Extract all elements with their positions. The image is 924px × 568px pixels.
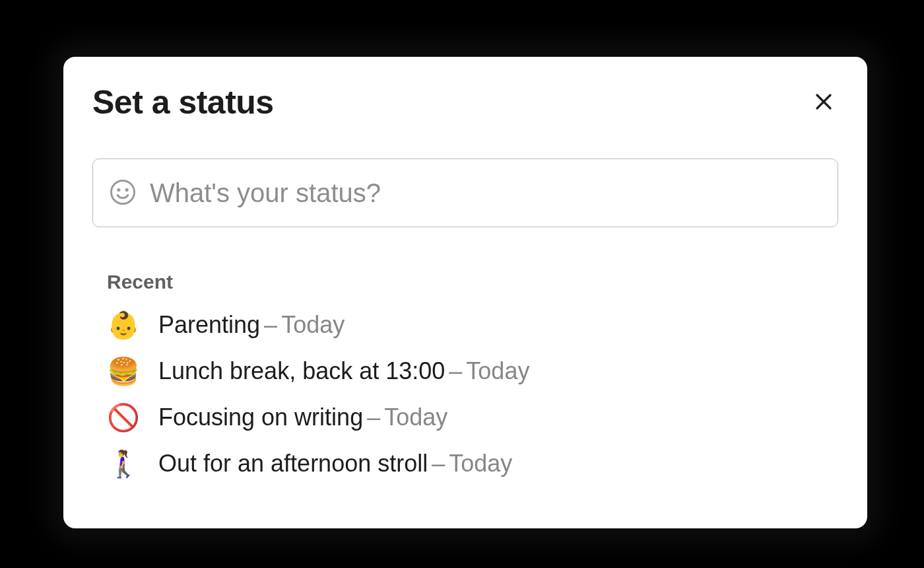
svg-point-4 [126, 189, 127, 190]
no-entry-icon: 🚫 [107, 404, 141, 431]
recent-item-separator: – [449, 359, 462, 383]
recent-item-stroll[interactable]: 🚶‍♀️ Out for an afternoon stroll – Today [107, 450, 838, 477]
woman-walking-icon: 🚶‍♀️ [107, 450, 141, 477]
recent-item-focusing[interactable]: 🚫 Focusing on writing – Today [107, 404, 838, 431]
recent-item-label: Out for an afternoon stroll [158, 452, 428, 476]
status-input-container[interactable] [92, 159, 838, 227]
modal-header: Set a status [92, 83, 838, 122]
recent-item-separator: – [432, 452, 445, 476]
recent-item-label: Parenting [158, 313, 260, 337]
hamburger-icon: 🍔 [107, 358, 141, 384]
recent-item-duration: Today [281, 313, 345, 337]
close-button[interactable] [809, 88, 838, 117]
emoji-picker-button[interactable] [108, 178, 138, 208]
svg-point-3 [118, 189, 119, 190]
recent-item-lunch[interactable]: 🍔 Lunch break, back at 13:00 – Today [107, 358, 838, 384]
close-icon [814, 92, 834, 114]
recent-item-duration: Today [449, 452, 512, 476]
recent-item-separator: – [367, 406, 380, 429]
recent-heading: Recent [107, 271, 838, 293]
baby-icon: 👶 [107, 312, 141, 338]
recent-list: 👶 Parenting – Today 🍔 Lunch break, back … [107, 312, 838, 477]
recent-section: Recent 👶 Parenting – Today 🍔 Lunch break… [92, 271, 838, 477]
status-input[interactable] [150, 178, 823, 208]
smiley-icon [109, 178, 137, 208]
recent-item-label: Lunch break, back at 13:00 [158, 359, 445, 383]
recent-item-duration: Today [466, 359, 529, 383]
recent-item-label: Focusing on writing [158, 406, 363, 429]
recent-item-separator: – [264, 313, 277, 337]
modal-title: Set a status [92, 83, 274, 122]
set-status-modal: Set a status Recent [63, 57, 867, 528]
recent-item-duration: Today [384, 406, 447, 429]
recent-item-parenting[interactable]: 👶 Parenting – Today [107, 312, 838, 338]
svg-point-2 [112, 180, 135, 203]
